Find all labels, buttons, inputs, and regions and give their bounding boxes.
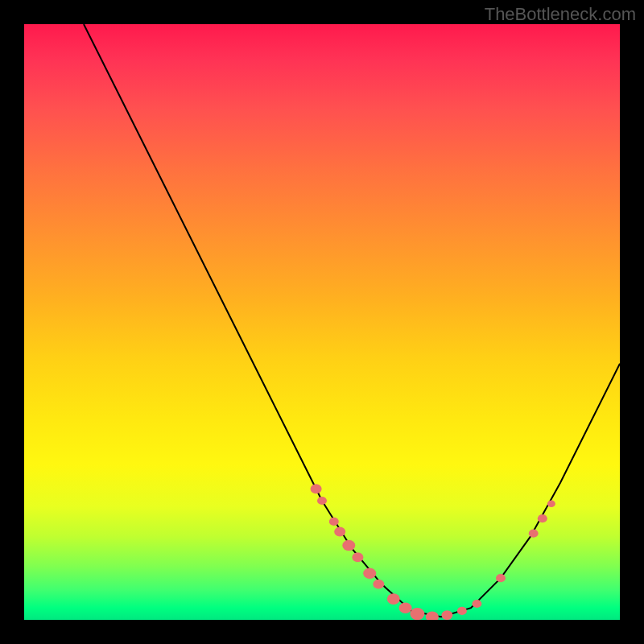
data-point (496, 574, 506, 582)
data-point (426, 612, 439, 621)
data-point (399, 602, 412, 613)
data-point (457, 607, 467, 615)
data-point (311, 484, 322, 493)
data-point (352, 552, 363, 562)
data-point (472, 600, 481, 608)
data-point (334, 527, 345, 537)
watermark-text: TheBottleneck.com (485, 4, 636, 25)
data-point (529, 530, 539, 538)
data-point (363, 568, 376, 580)
chart-svg (24, 24, 620, 620)
data-point (373, 580, 384, 589)
data-point (387, 593, 400, 605)
data-point (441, 610, 452, 620)
data-point (342, 540, 355, 551)
bottleneck-curve (84, 24, 620, 617)
data-point (538, 514, 547, 522)
chart-plot-area (24, 24, 620, 620)
data-point (410, 608, 424, 620)
data-point (329, 518, 339, 526)
data-point (317, 497, 327, 505)
data-point (547, 500, 555, 507)
